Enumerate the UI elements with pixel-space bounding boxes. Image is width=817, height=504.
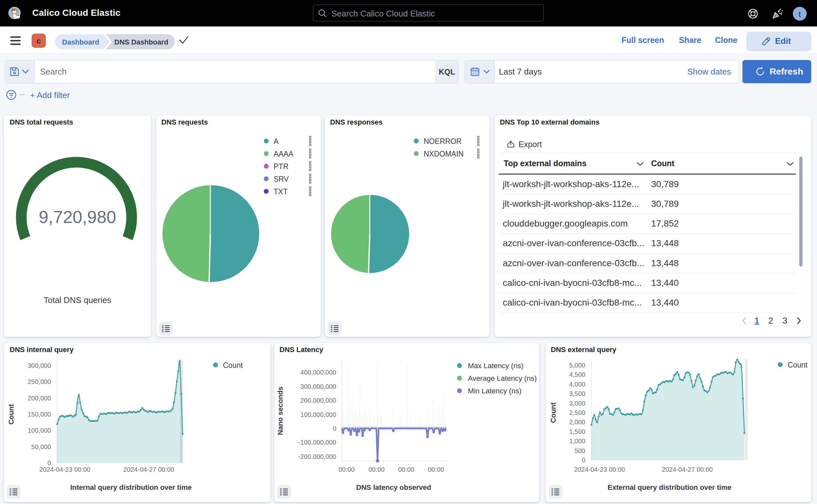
svg-text:0: 0 xyxy=(47,459,51,467)
svg-text:1,000: 1,000 xyxy=(569,438,585,445)
svg-text:Count: Count xyxy=(788,361,808,369)
svg-text:-100,000,000: -100,000,000 xyxy=(298,439,336,446)
svg-text:Min Latency (ns): Min Latency (ns) xyxy=(468,387,521,395)
svg-text:200,000: 200,000 xyxy=(28,395,51,402)
svg-text:PTR: PTR xyxy=(274,162,288,171)
svg-text:00:00: 00:00 xyxy=(368,466,385,473)
svg-text:DNS Dashboard: DNS Dashboard xyxy=(114,38,168,46)
svg-text:Average Latency (ns): Average Latency (ns) xyxy=(468,374,537,382)
svg-text:250,000: 250,000 xyxy=(28,378,51,385)
svg-text:TXT: TXT xyxy=(274,187,287,196)
svg-text:DNS latency observed: DNS latency observed xyxy=(356,483,431,491)
svg-text:2024-04-23 00:00: 2024-04-23 00:00 xyxy=(39,466,90,473)
svg-text:SRV: SRV xyxy=(274,175,289,183)
svg-text:50,000: 50,000 xyxy=(31,443,51,450)
svg-text:Count: Count xyxy=(549,402,557,423)
svg-text:1,500: 1,500 xyxy=(569,428,585,435)
svg-text:NXDOMAIN: NXDOMAIN xyxy=(424,150,464,158)
svg-text:4,500: 4,500 xyxy=(569,371,585,378)
svg-text:300,000,000: 300,000,000 xyxy=(300,383,336,390)
svg-text:2024-04-27 00:00: 2024-04-27 00:00 xyxy=(123,466,174,473)
svg-text:200,000,000: 200,000,000 xyxy=(300,397,336,404)
svg-text:3,000: 3,000 xyxy=(569,400,585,407)
svg-text:Total DNS queries: Total DNS queries xyxy=(44,295,111,305)
svg-text:AAAA: AAAA xyxy=(274,150,294,158)
svg-text:Max Latency (ns): Max Latency (ns) xyxy=(468,362,524,370)
svg-text:9,720,980: 9,720,980 xyxy=(39,207,116,227)
svg-text:0: 0 xyxy=(333,425,336,432)
svg-text:300,000: 300,000 xyxy=(28,362,51,369)
svg-text:0: 0 xyxy=(582,457,585,464)
svg-text:100,000,000: 100,000,000 xyxy=(300,411,336,418)
svg-text:External query distribution ov: External query distribution over time xyxy=(608,483,731,491)
svg-text:150,000: 150,000 xyxy=(28,411,51,418)
svg-text:Nano seconds: Nano seconds xyxy=(276,387,284,435)
svg-text:2,000: 2,000 xyxy=(569,418,585,426)
svg-text:00:00: 00:00 xyxy=(398,466,414,473)
svg-text:Dashboard: Dashboard xyxy=(62,38,99,46)
svg-text:NOERROR: NOERROR xyxy=(424,137,462,146)
svg-text:Internal query distribution ov: Internal query distribution over time xyxy=(70,483,192,491)
svg-text:2024-04-27 00:00: 2024-04-27 00:00 xyxy=(662,466,713,473)
svg-text:-200,000,000: -200,000,000 xyxy=(298,453,336,460)
svg-text:Count: Count xyxy=(223,361,243,369)
svg-text:3,500: 3,500 xyxy=(569,390,585,397)
svg-text:400,000,000: 400,000,000 xyxy=(300,369,336,376)
svg-text:100,000: 100,000 xyxy=(28,427,51,434)
svg-text:5,000: 5,000 xyxy=(569,362,585,369)
svg-text:2,500: 2,500 xyxy=(569,409,585,416)
svg-text:A: A xyxy=(274,137,279,146)
svg-text:2024-04-23 00:00: 2024-04-23 00:00 xyxy=(574,466,625,473)
svg-text:00:00: 00:00 xyxy=(338,466,355,473)
svg-text:4,000: 4,000 xyxy=(569,381,585,388)
svg-text:Count: Count xyxy=(7,404,15,425)
svg-text:500: 500 xyxy=(575,447,585,454)
svg-text:00:00: 00:00 xyxy=(428,466,444,473)
